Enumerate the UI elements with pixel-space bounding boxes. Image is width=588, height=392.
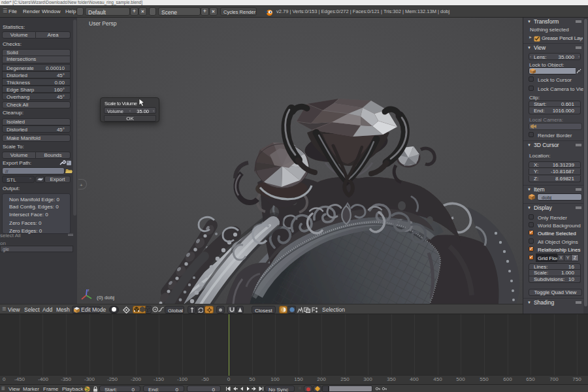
svg-text:z: z <box>88 288 90 292</box>
